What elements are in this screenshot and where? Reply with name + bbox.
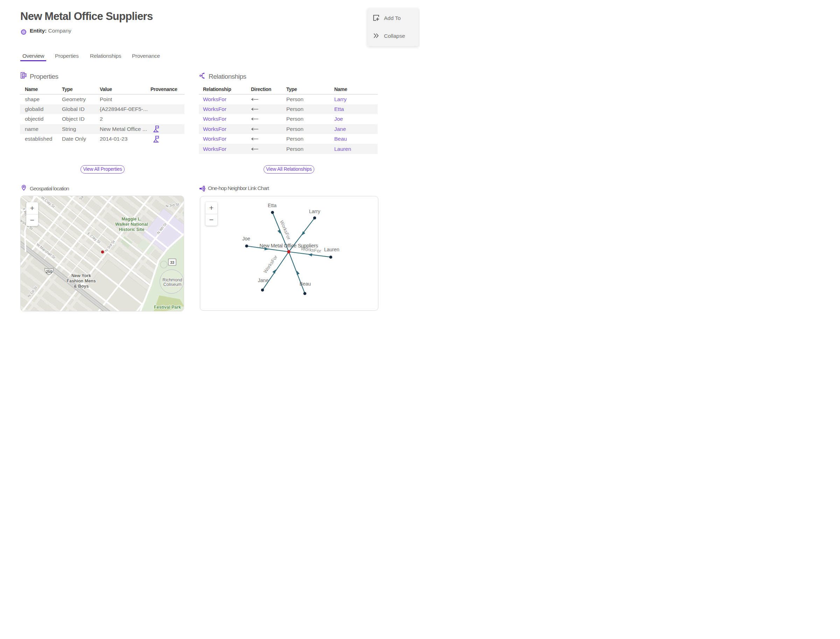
svg-text:Jane: Jane (258, 278, 269, 283)
svg-text:Richmond: Richmond (162, 278, 182, 282)
svg-text:& Boys: & Boys (73, 284, 89, 289)
svg-text:Etta: Etta (268, 203, 277, 208)
svg-text:33: 33 (170, 261, 174, 265)
svg-text:Larry: Larry (309, 208, 320, 214)
svg-text:Fashion Mens: Fashion Mens (67, 278, 95, 283)
svg-text:Beau: Beau (300, 281, 311, 287)
svg-text:Coliseum: Coliseum (163, 282, 181, 287)
svg-text:Maggie L.: Maggie L. (121, 217, 142, 221)
svg-text:250: 250 (46, 269, 52, 273)
svg-text:Historic Site: Historic Site (119, 227, 145, 232)
svg-text:Festival Park: Festival Park (154, 305, 181, 310)
svg-text:WorksFor: WorksFor (279, 219, 291, 240)
svg-text:Walker National: Walker National (115, 222, 148, 227)
svg-text:New York: New York (72, 273, 91, 278)
svg-text:WorksFor: WorksFor (262, 254, 278, 274)
svg-text:Lauren: Lauren (324, 247, 339, 252)
svg-text:New Metal Office Suppliers: New Metal Office Suppliers (260, 243, 318, 248)
svg-text:Joe: Joe (242, 236, 250, 242)
